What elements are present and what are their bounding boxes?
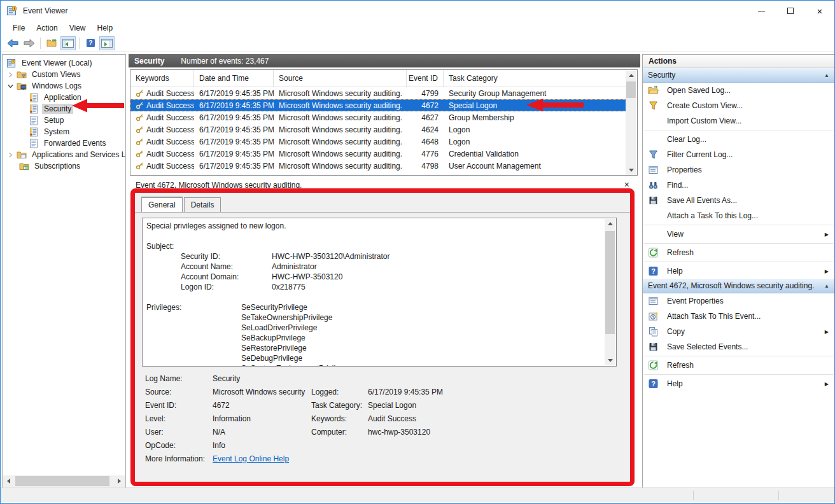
action-find[interactable]: Find... — [643, 178, 834, 193]
back-button[interactable] — [5, 36, 20, 50]
description-scrollbar[interactable] — [605, 219, 615, 365]
filter-blue-icon — [648, 150, 659, 160]
event-description: Special privileges assigned to new logon… — [146, 221, 605, 231]
action-label: Find... — [667, 181, 834, 190]
action-create-custom-view[interactable]: Create Custom View... — [643, 98, 834, 113]
scroll-right-icon — [118, 479, 121, 484]
field-value: Administrator — [272, 262, 317, 271]
action-clear-log[interactable]: Clear Log... — [643, 132, 834, 147]
menu-view[interactable]: View — [64, 22, 92, 34]
audit-success-key-icon — [136, 101, 144, 109]
scrollbar-track[interactable] — [14, 475, 114, 487]
collapse-section-icon[interactable]: ▲ — [824, 73, 829, 78]
minimize-button[interactable] — [747, 1, 776, 21]
event-list-scrollbar[interactable] — [626, 71, 636, 175]
tree-item-subscriptions[interactable]: Subscriptions — [3, 160, 125, 172]
action-event-properties[interactable]: Event Properties — [643, 293, 834, 309]
open-saved-log-button[interactable] — [44, 36, 59, 50]
tab-details[interactable]: Details — [184, 197, 221, 212]
actions-section-event-4672[interactable]: Event 4672, Microsoft Windows security a… — [643, 279, 834, 293]
event-description-box[interactable]: Special privileges assigned to new logon… — [142, 218, 617, 367]
event-row[interactable]: Audit Success 6/17/2019 9:45:35 PM Micro… — [130, 160, 626, 172]
tree-item-custom-views[interactable]: Custom Views — [3, 69, 125, 80]
tree-item-setup[interactable]: Setup — [3, 115, 125, 126]
scroll-down-button[interactable] — [626, 165, 636, 175]
column-header-keywords[interactable]: Keywords — [130, 70, 194, 87]
tree-item-applications-and-services-logs[interactable]: Applications and Services Lo — [3, 149, 125, 160]
tree-root-event-viewer-local[interactable]: Event Viewer (Local) — [3, 57, 125, 69]
action-save-selected-events[interactable]: Save Selected Events... — [643, 339, 834, 354]
cell-event-id: 4624 — [407, 125, 444, 134]
close-button[interactable]: × — [805, 1, 834, 21]
event-row-selected[interactable]: Audit Success 6/17/2019 9:45:35 PM Micro… — [130, 99, 626, 111]
column-header-source[interactable]: Source — [274, 70, 407, 87]
tree-label: Event Viewer (Local) — [20, 58, 94, 68]
action-properties[interactable]: Properties — [643, 162, 834, 178]
tree-item-system[interactable]: System — [3, 126, 125, 137]
toggle-action-pane-button[interactable] — [99, 36, 115, 50]
subscriptions-folder-icon — [19, 162, 29, 171]
tree-item-windows-logs[interactable]: Windows Logs — [3, 80, 125, 92]
cell-source: Microsoft Windows security auditing. — [274, 125, 407, 134]
action-help-event[interactable]: ? Help ▶ — [643, 376, 834, 391]
tree-item-security[interactable]: Security — [3, 103, 125, 115]
menu-help[interactable]: Help — [92, 22, 119, 34]
scrollbar-thumb[interactable] — [626, 81, 636, 98]
action-attach-task-to-this-event[interactable]: Attach Task To This Event... — [643, 309, 834, 324]
collapse-section-icon[interactable]: ▲ — [824, 283, 829, 289]
field-label: Security ID: — [181, 251, 272, 262]
event-row[interactable]: Audit Success 6/17/2019 9:45:35 PM Micro… — [130, 87, 626, 99]
chevron-down-icon[interactable] — [6, 84, 14, 88]
actions-section-security[interactable]: Security ▲ — [643, 68, 834, 83]
cell-datetime: 6/17/2019 9:45:35 PM — [194, 162, 274, 171]
help-button[interactable]: ? — [83, 36, 98, 50]
scrollbar-thumb[interactable] — [605, 231, 615, 334]
scroll-up-button[interactable] — [605, 219, 615, 228]
action-save-all-events-as[interactable]: Save All Events As... — [643, 193, 834, 208]
field-value: HWC-HWP-3503120\Administrator — [272, 252, 389, 261]
toggle-console-tree-button[interactable] — [60, 36, 76, 50]
scroll-up-button[interactable] — [626, 71, 636, 80]
refresh-icon — [648, 248, 659, 258]
tab-general[interactable]: General — [141, 197, 183, 212]
log-name-value: Security — [213, 374, 311, 383]
event-row[interactable]: Audit Success 6/17/2019 9:45:35 PM Micro… — [130, 111, 626, 123]
field-value: HWC-HWP-3503120 — [272, 272, 342, 281]
chevron-right-icon[interactable] — [6, 152, 14, 158]
event-log-online-help-link[interactable]: Event Log Online Help — [213, 454, 289, 463]
event-row[interactable]: Audit Success 6/17/2019 9:45:35 PM Micro… — [130, 136, 626, 148]
scrollbar-thumb[interactable] — [15, 476, 109, 486]
actions-separator — [644, 130, 833, 130]
column-header-event-id[interactable]: Event ID — [407, 70, 444, 87]
event-id-label: Event ID: — [145, 401, 213, 410]
menu-action[interactable]: Action — [31, 22, 63, 34]
menu-file[interactable]: File — [7, 22, 31, 34]
event-row[interactable]: Audit Success 6/17/2019 9:45:35 PM Micro… — [130, 148, 626, 160]
scroll-right-button[interactable] — [114, 475, 125, 487]
forward-button[interactable] — [22, 36, 37, 50]
action-import-custom-view[interactable]: Import Custom View... — [643, 113, 834, 129]
action-view[interactable]: View ▶ — [643, 227, 834, 242]
event-row[interactable]: Audit Success 6/17/2019 9:45:35 PM Micro… — [130, 123, 626, 136]
tree-horizontal-scrollbar[interactable] — [3, 475, 125, 487]
column-header-date-and-time[interactable]: Date and Time — [194, 70, 274, 87]
action-copy[interactable]: Copy ▶ — [643, 324, 834, 339]
tree-item-forwarded-events[interactable]: Forwarded Events — [3, 137, 125, 149]
action-open-saved-log[interactable]: Open Saved Log... — [643, 83, 834, 98]
event-list: Keywords Date and Time Source Event ID T… — [130, 69, 638, 176]
action-help[interactable]: ? Help ▶ — [643, 263, 834, 279]
tree-item-application[interactable]: Application — [3, 92, 125, 103]
tab-divider — [135, 212, 630, 213]
scroll-down-button[interactable] — [605, 356, 615, 365]
action-attach-task-to-this-log[interactable]: Attach a Task To this Log... — [643, 208, 834, 223]
window-title: Event Viewer — [23, 6, 67, 15]
event-viewer-icon — [6, 59, 17, 68]
action-filter-current-log[interactable]: Filter Current Log... — [643, 147, 834, 162]
action-refresh[interactable]: Refresh — [643, 245, 834, 260]
scroll-left-button[interactable] — [3, 475, 14, 487]
cell-datetime: 6/17/2019 9:45:35 PM — [194, 137, 274, 146]
maximize-button[interactable] — [776, 1, 805, 21]
chevron-right-icon[interactable] — [6, 72, 14, 78]
action-refresh-event[interactable]: Refresh — [643, 358, 834, 373]
column-header-task-category[interactable]: Task Category — [444, 70, 626, 87]
